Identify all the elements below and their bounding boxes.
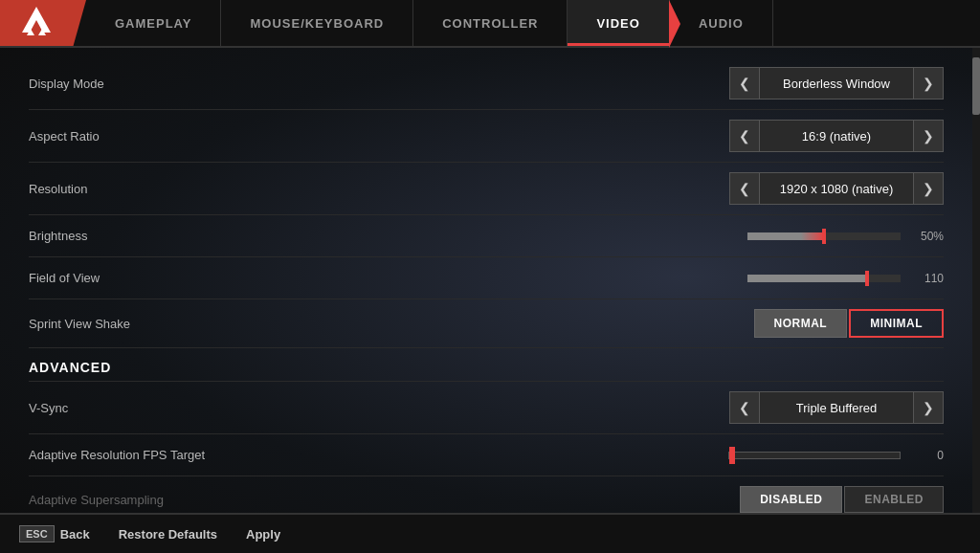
sprint-view-shake-label: Sprint View Shake [29,317,220,331]
fov-slider-container: 110 [747,272,944,285]
adaptive-res-control: 0 [220,449,944,462]
nav-tabs: GAMEPLAY MOUSE/KEYBOARD CONTROLLER VIDEO… [86,0,980,46]
fov-value: 110 [910,272,944,285]
resolution-value: 1920 x 1080 (native) [760,172,913,205]
adaptive-res-thumb [729,447,735,464]
setting-vsync: V-Sync ❮ Triple Buffered ❯ [29,382,944,434]
supersampling-disabled-btn[interactable]: Disabled [740,486,842,513]
fov-fill [747,275,867,282]
adaptive-supersampling-toggle: Disabled Enabled [740,486,944,513]
fov-control: 110 [220,272,944,285]
resolution-selector: ❮ 1920 x 1080 (native) ❯ [729,172,944,205]
fov-thumb [865,271,869,286]
setting-display-mode: Display Mode ❮ Borderless Window ❯ [29,57,944,110]
sprint-view-shake-control: Normal Minimal [220,309,944,338]
sprint-view-shake-toggle: Normal Minimal [754,309,945,338]
display-mode-value: Borderless Window [760,67,913,100]
scroll-thumb [972,57,980,115]
display-mode-control: ❮ Borderless Window ❯ [220,67,944,100]
display-mode-prev[interactable]: ❮ [729,67,760,100]
scrollbar[interactable] [972,48,980,513]
resolution-prev[interactable]: ❮ [729,172,760,205]
bottom-bar: ESC Back Restore Defaults Apply [0,513,980,553]
tab-controller[interactable]: CONTROLLER [413,0,568,46]
brightness-thumb [822,229,826,244]
setting-adaptive-supersampling: Adaptive Supersampling Disabled Enabled [29,476,944,513]
display-mode-label: Display Mode [29,77,220,91]
back-label: Back [60,527,90,542]
apex-logo-icon [17,4,56,42]
brightness-track[interactable] [747,232,901,240]
settings-panel: Display Mode ❮ Borderless Window ❯ Aspec… [0,48,972,513]
tab-audio[interactable]: AUDIO [670,0,773,46]
aspect-ratio-selector: ❮ 16:9 (native) ❯ [729,120,944,152]
display-mode-next[interactable]: ❯ [913,67,944,100]
setting-fov: Field of View 110 [29,257,944,299]
setting-resolution: Resolution ❮ 1920 x 1080 (native) ❯ [29,163,944,215]
apply-action[interactable]: Apply [246,527,280,542]
setting-adaptive-res: Adaptive Resolution FPS Target 0 [29,434,944,476]
adaptive-supersampling-label: Adaptive Supersampling [29,493,220,507]
apply-label: Apply [246,527,280,542]
adaptive-res-track[interactable] [728,452,901,459]
vsync-control: ❮ Triple Buffered ❯ [220,391,944,424]
restore-defaults-action[interactable]: Restore Defaults [119,527,217,542]
header: GAMEPLAY MOUSE/KEYBOARD CONTROLLER VIDEO… [0,0,980,48]
tab-video[interactable]: VIDEO [568,0,669,46]
resolution-control: ❮ 1920 x 1080 (native) ❯ [220,172,944,205]
adaptive-res-slider-container: 0 [728,449,944,462]
vsync-next[interactable]: ❯ [913,391,944,424]
display-mode-selector: ❮ Borderless Window ❯ [729,67,944,100]
vsync-value: Triple Buffered [760,391,913,424]
brightness-value: 50% [910,230,944,243]
fov-track[interactable] [747,275,901,282]
vsync-prev[interactable]: ❮ [729,391,760,424]
vsync-selector: ❮ Triple Buffered ❯ [729,391,944,424]
logo-area [0,0,86,46]
aspect-ratio-prev[interactable]: ❮ [729,120,760,152]
fov-label: Field of View [29,271,220,285]
adaptive-res-value: 0 [910,449,944,462]
vsync-label: V-Sync [29,401,220,415]
brightness-control: 50% [220,230,944,243]
restore-defaults-label: Restore Defaults [119,527,217,542]
tab-gameplay[interactable]: GAMEPLAY [86,0,221,46]
supersampling-enabled-btn[interactable]: Enabled [844,486,944,513]
svg-marker-0 [22,7,51,33]
sprint-normal-btn[interactable]: Normal [754,309,848,338]
aspect-ratio-label: Aspect Ratio [29,129,220,144]
brightness-fill [747,232,824,240]
adaptive-res-label: Adaptive Resolution FPS Target [29,448,220,462]
aspect-ratio-value: 16:9 (native) [760,120,913,152]
aspect-ratio-control: ❮ 16:9 (native) ❯ [220,120,944,152]
resolution-next[interactable]: ❯ [913,172,944,205]
tab-mouse-keyboard[interactable]: MOUSE/KEYBOARD [221,0,413,46]
back-action[interactable]: ESC Back [19,525,90,542]
main-content: Display Mode ❮ Borderless Window ❯ Aspec… [0,48,980,513]
resolution-label: Resolution [29,182,220,196]
brightness-label: Brightness [29,229,220,243]
brightness-slider-container: 50% [747,230,944,243]
sprint-minimal-btn[interactable]: Minimal [849,309,944,338]
esc-badge: ESC [19,525,55,542]
adaptive-supersampling-control: Disabled Enabled [220,486,944,513]
setting-sprint-view-shake: Sprint View Shake Normal Minimal [29,299,944,348]
aspect-ratio-next[interactable]: ❯ [913,120,944,152]
advanced-section-header: ADVANCED [29,348,944,382]
setting-brightness: Brightness 50% [29,215,944,257]
setting-aspect-ratio: Aspect Ratio ❮ 16:9 (native) ❯ [29,110,944,163]
